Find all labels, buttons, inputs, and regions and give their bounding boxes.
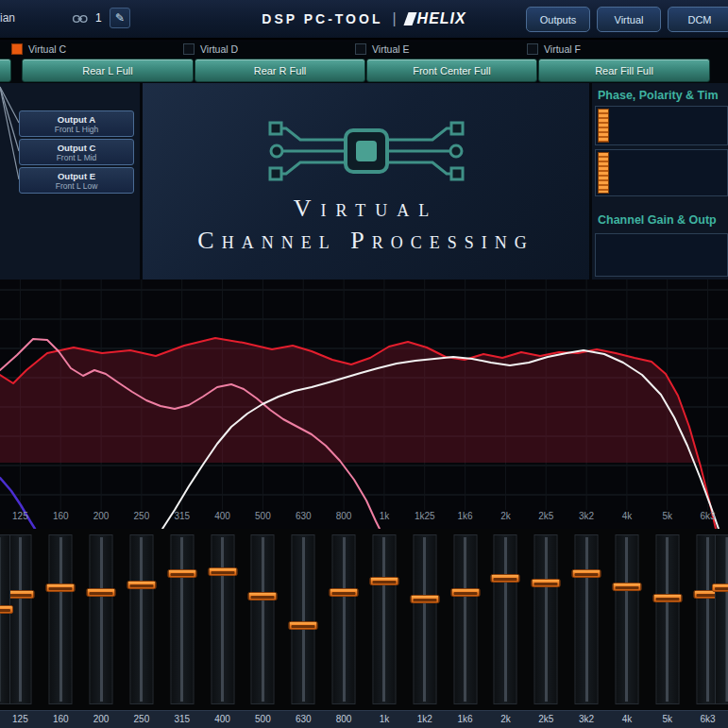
topbar-button-virtual[interactable]: Virtual: [597, 7, 661, 32]
channel-gain-box: [595, 233, 728, 277]
edit-preset-button[interactable]: ✎: [110, 8, 130, 28]
eq-slider-1k2[interactable]: [413, 534, 436, 704]
eq-frequency-label: 1k2: [404, 711, 445, 728]
channel-tab-4[interactable]: Virtual F: [527, 42, 581, 56]
eq-slider-125[interactable]: [8, 534, 32, 704]
eq-handle[interactable]: [532, 579, 561, 587]
output-button[interactable]: Output AFront L High: [19, 110, 134, 137]
eq-slider-250[interactable]: [129, 534, 153, 704]
graph-frequency-label: 2k5: [526, 508, 567, 529]
graph-frequency-label: 4k: [606, 508, 647, 529]
eq-slider-5k[interactable]: [655, 534, 679, 704]
eq-frequency-label: 2k: [485, 711, 526, 728]
channel-select-button[interactable]: Rear L Full: [22, 59, 194, 82]
eq-slider-160[interactable]: [49, 534, 73, 704]
phase-polarity-time-title: Phase, Polarity & Tim: [598, 89, 728, 102]
eq-handle[interactable]: [612, 583, 641, 591]
logo-separator: |: [392, 10, 396, 27]
channel-tab-checkbox[interactable]: [11, 43, 23, 55]
eq-handle[interactable]: [572, 569, 601, 578]
eq-frequency-label: 6k3: [687, 711, 728, 728]
eq-slider-edge-left[interactable]: [0, 534, 10, 704]
channel-tab-2[interactable]: Virtual D: [183, 42, 238, 56]
channel-tab-label: Virtual E: [372, 43, 410, 55]
eq-slider-2k5[interactable]: [534, 534, 558, 704]
eq-groove: [180, 537, 183, 702]
phase-slider-handle[interactable]: [598, 109, 609, 143]
eq-handle[interactable]: [450, 588, 480, 597]
eq-handle[interactable]: [491, 574, 520, 583]
eq-slider-630[interactable]: [292, 534, 315, 704]
eq-slider-400[interactable]: [211, 534, 234, 704]
channel-select-button-partial[interactable]: [0, 59, 11, 82]
eq-slider-3k2[interactable]: [575, 534, 599, 704]
channel-select-button[interactable]: Rear R Full: [195, 59, 365, 82]
topbar-button-dcm[interactable]: DCM: [668, 7, 728, 32]
panel-title-line1: Virtual: [143, 195, 589, 223]
eq-band-4k: [606, 529, 647, 710]
dsp-pc-tool-logo-text: DSP PC-TOOL: [262, 11, 382, 26]
channel-tab-checkbox[interactable]: [527, 43, 538, 55]
channel-select-button[interactable]: Front Center Full: [366, 59, 537, 82]
eq-handle[interactable]: [248, 592, 278, 601]
eq-handle[interactable]: [87, 588, 116, 597]
eq-handle[interactable]: [46, 584, 76, 592]
topbar-button-outputs[interactable]: Outputs: [526, 7, 590, 32]
eq-slider-edge-right[interactable]: [715, 534, 728, 704]
eq-handle[interactable]: [289, 621, 318, 630]
eq-slider-800[interactable]: [332, 534, 356, 704]
response-curves-svg[interactable]: [0, 279, 728, 529]
eq-handle[interactable]: [208, 567, 237, 576]
eq-handle[interactable]: [330, 588, 359, 597]
output-button[interactable]: Output EFront L Low: [19, 167, 134, 194]
channel-select-row: Rear L FullRear R FullFront Center FullR…: [0, 57, 728, 83]
channel-tab-checkbox[interactable]: [183, 43, 195, 55]
output-button[interactable]: Output CFront L Mid: [19, 139, 134, 165]
eq-handle[interactable]: [652, 594, 682, 602]
time-slider-handle[interactable]: [598, 152, 609, 194]
setup-name-fragment: ian: [0, 11, 15, 25]
eq-handle[interactable]: [410, 595, 439, 603]
eq-frequency-label: 800: [324, 711, 364, 728]
eq-slider-1k[interactable]: [372, 534, 396, 704]
output-button-title: Output A: [58, 114, 95, 125]
eq-frequency-label: 200: [81, 711, 122, 728]
eq-groove: [221, 537, 224, 702]
phase-control-row: [595, 106, 728, 145]
frequency-response-graph[interactable]: 1251602002503154005006308001k1k251k62k2k…: [0, 279, 728, 529]
eq-band-3k2: [567, 529, 607, 710]
phase-gain-zone: Phase, Polarity & Tim Channel Gain & Out…: [595, 83, 728, 279]
eq-slider-2k[interactable]: [494, 534, 517, 704]
eq-slider-200[interactable]: [90, 534, 113, 704]
eq-slider-1k6[interactable]: [453, 534, 477, 704]
channel-tab-3[interactable]: Virtual E: [355, 42, 410, 56]
channel-select-button[interactable]: Rear Fill Full: [538, 59, 710, 82]
graph-frequency-label: 800: [324, 508, 364, 529]
topbar-buttons: OutputsVirtualDCM: [526, 7, 728, 32]
channel-tab-1[interactable]: Virtual C: [11, 42, 66, 56]
eq-groove: [100, 537, 103, 702]
eq-band-250: [121, 529, 161, 710]
graphic-eq: [0, 529, 728, 710]
eq-handle[interactable]: [167, 569, 196, 578]
preset-number[interactable]: 1: [95, 11, 102, 25]
graph-frequency-label: 315: [161, 508, 202, 529]
helix-logo-mark-icon: [403, 12, 416, 25]
eq-handle[interactable]: [0, 605, 13, 614]
channel-tab-checkbox[interactable]: [355, 43, 366, 55]
helix-logo: HELIX: [406, 10, 466, 27]
eq-frequency-label: 400: [202, 711, 243, 728]
eq-handle[interactable]: [712, 584, 728, 592]
eq-band-200: [81, 529, 122, 710]
eq-slider-500[interactable]: [251, 534, 275, 704]
eq-slider-315[interactable]: [170, 534, 194, 704]
eq-band-2k5: [526, 529, 567, 710]
eq-handle[interactable]: [369, 577, 398, 585]
output-button-title: Output E: [58, 171, 95, 181]
eq-slider-4k[interactable]: [615, 534, 638, 704]
eq-frequency-label: 630: [283, 711, 324, 728]
graph-frequency-label: 1k6: [445, 508, 485, 529]
eq-frequency-label: 500: [243, 711, 283, 728]
graph-frequency-label: 5k: [647, 508, 687, 529]
eq-handle[interactable]: [127, 581, 156, 589]
